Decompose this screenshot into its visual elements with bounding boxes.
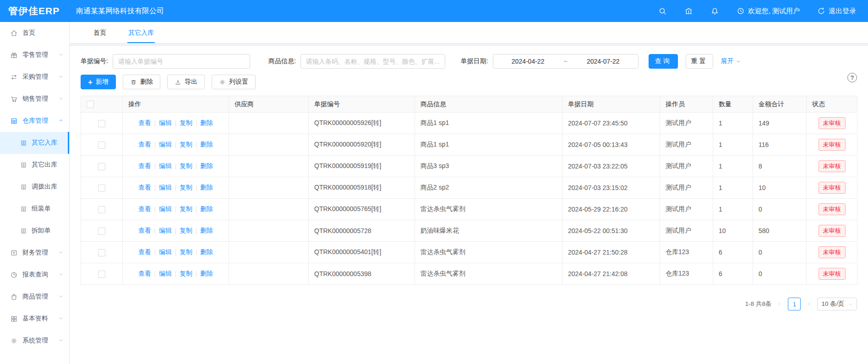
copy-link[interactable]: 复制 [176, 227, 196, 235]
view-link[interactable]: 查看 [135, 270, 155, 278]
cell-bill-no: QTRK00000005918[转] [309, 177, 415, 199]
table-row: 查看 编辑 复制 删除 QTRK00000005926[ [81, 113, 857, 134]
view-link[interactable]: 查看 [135, 162, 155, 170]
row-checkbox[interactable] [98, 141, 105, 149]
table-row: 查看 编辑 复制 删除 QTRK00000005401[ [81, 242, 857, 263]
row-checkbox[interactable] [98, 228, 105, 235]
delete-link[interactable]: 删除 [197, 227, 217, 235]
delete-button[interactable]: 删除 [123, 75, 160, 89]
row-checkbox[interactable] [98, 271, 105, 278]
reset-button[interactable]: 重置 [686, 54, 713, 69]
row-checkbox[interactable] [98, 163, 105, 170]
sidebar-item-other-inbound[interactable]: 其它入库 [0, 132, 69, 154]
cell-product: 商品2 sp2 [415, 177, 562, 199]
bill-no-input[interactable] [113, 54, 250, 69]
delete-link[interactable]: 删除 [197, 205, 217, 213]
status-badge: 未审核 [819, 225, 846, 237]
edit-link[interactable]: 编辑 [155, 141, 175, 149]
sidebar-item-assembly[interactable]: 组装单 [0, 198, 69, 220]
bell-icon[interactable] [710, 7, 719, 16]
edit-link[interactable]: 编辑 [155, 205, 175, 213]
cell-operator: 测试用户 [660, 220, 713, 242]
sidebar-item-purchase[interactable]: 采购管理 [0, 66, 69, 88]
page-number-button[interactable]: 1 [788, 298, 801, 310]
view-link[interactable]: 查看 [135, 227, 155, 235]
edit-link[interactable]: 编辑 [155, 119, 175, 127]
sidebar-item-other-outbound[interactable]: 其它出库 [0, 154, 69, 176]
sidebar-item-transfer-outbound[interactable]: 调拨出库 [0, 176, 69, 198]
select-all-checkbox[interactable] [87, 101, 94, 108]
tab-home[interactable]: 首页 [93, 23, 107, 43]
copy-link[interactable]: 复制 [176, 248, 196, 256]
bank-icon[interactable] [684, 7, 693, 16]
help-icon[interactable]: ? [847, 73, 857, 82]
delete-link[interactable]: 删除 [197, 162, 217, 170]
tab-other-inbound[interactable]: 其它入库 [127, 23, 155, 43]
cell-product: 雷达杀虫气雾剂 [415, 199, 562, 220]
page-size-select[interactable]: 10 条/页 [817, 298, 857, 310]
expand-link[interactable]: 展开 [721, 57, 741, 65]
view-link[interactable]: 查看 [135, 141, 155, 149]
date-end-value[interactable]: 2024-07-22 [568, 58, 638, 65]
sidebar-item-reports[interactable]: 报表查询 [0, 264, 69, 286]
cell-qty: 6 [713, 242, 753, 263]
search-icon[interactable] [658, 7, 667, 16]
user-welcome[interactable]: 欢迎您, 测试用户 [737, 7, 800, 16]
row-checkbox[interactable] [98, 206, 105, 213]
cell-date: 2024-04-27 21:50:28 [562, 242, 660, 263]
sidebar-item-system[interactable]: 系统管理 [0, 330, 69, 352]
sidebar-item-label: 销售管理 [22, 95, 58, 103]
edit-link[interactable]: 编辑 [155, 184, 175, 192]
copy-link[interactable]: 复制 [176, 119, 196, 127]
cell-amount: 8 [753, 156, 807, 177]
add-button[interactable]: + 新增 [81, 75, 116, 89]
delete-link[interactable]: 删除 [197, 119, 217, 127]
chevron-down-icon [58, 51, 64, 59]
prev-page-button[interactable] [777, 301, 782, 307]
sidebar-item-basic-data[interactable]: 基本资料 [0, 308, 69, 330]
delete-link[interactable]: 删除 [197, 270, 217, 278]
search-button[interactable]: 查询 [649, 54, 678, 69]
delete-link[interactable]: 删除 [197, 184, 217, 192]
sidebar-item-products[interactable]: 商品管理 [0, 286, 69, 308]
row-checkbox[interactable] [98, 249, 105, 256]
edit-link[interactable]: 编辑 [155, 162, 175, 170]
copy-link[interactable]: 复制 [176, 270, 196, 278]
date-start-value[interactable]: 2024-04-22 [493, 58, 563, 65]
copy-link[interactable]: 复制 [176, 162, 196, 170]
product-info-input[interactable] [300, 54, 445, 69]
delete-link[interactable]: 删除 [197, 248, 217, 256]
table-row: 查看 编辑 复制 删除 QTRK00000005920[ [81, 134, 857, 156]
logout-button[interactable]: 退出登录 [817, 7, 856, 16]
copy-link[interactable]: 复制 [176, 205, 196, 213]
sidebar-item-disassembly[interactable]: 拆卸单 [0, 220, 69, 242]
sidebar-item-home[interactable]: 首页 [0, 22, 69, 44]
warehouse-icon [10, 117, 18, 125]
sidebar-item-retail[interactable]: 零售管理 [0, 44, 69, 66]
sidebar-item-sales[interactable]: 销售管理 [0, 88, 69, 110]
view-link[interactable]: 查看 [135, 119, 155, 127]
view-link[interactable]: 查看 [135, 248, 155, 256]
status-badge: 未审核 [819, 268, 846, 280]
date-range-picker[interactable]: 2024-04-22 ~ 2024-07-22 [493, 54, 639, 69]
row-checkbox[interactable] [98, 120, 105, 127]
edit-link[interactable]: 编辑 [155, 227, 175, 235]
col-header-actions: 操作 [123, 96, 229, 113]
sidebar-item-label: 仓库管理 [22, 117, 58, 125]
copy-link[interactable]: 复制 [176, 184, 196, 192]
sidebar-item-label: 采购管理 [22, 73, 58, 81]
view-link[interactable]: 查看 [135, 184, 155, 192]
sidebar-item-finance[interactable]: 财务管理 [0, 242, 69, 264]
column-settings-button[interactable]: 列设置 [212, 75, 256, 89]
edit-link[interactable]: 编辑 [155, 270, 175, 278]
row-checkbox[interactable] [98, 185, 105, 192]
view-link[interactable]: 查看 [135, 205, 155, 213]
sidebar-item-warehouse[interactable]: 仓库管理 [0, 110, 69, 132]
export-button[interactable]: 导出 [167, 75, 205, 89]
delete-link[interactable]: 删除 [197, 141, 217, 149]
next-page-button[interactable] [806, 301, 812, 307]
edit-link[interactable]: 编辑 [155, 248, 175, 256]
cell-product: 商品1 sp1 [415, 113, 562, 134]
copy-link[interactable]: 复制 [176, 141, 196, 149]
shopping-bag-icon [10, 293, 18, 301]
